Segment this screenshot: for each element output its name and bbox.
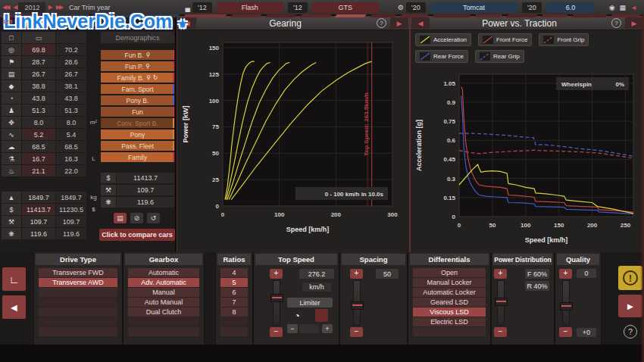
stat-row-practicality: ♟51.351.3	[2, 105, 100, 116]
option-slot-empty	[39, 288, 117, 297]
quality-slider-handle[interactable]	[560, 302, 573, 311]
tick-label: 1.05	[443, 80, 455, 87]
option-viscous-lsd[interactable]: Viscous LSD	[413, 307, 486, 317]
drivability-current-value: 69.8	[22, 44, 55, 55]
option-open[interactable]: Open	[413, 268, 486, 277]
model-name-button[interactable]: Flash	[217, 2, 283, 13]
compare-cars-button[interactable]: Click to compare cars	[99, 229, 175, 241]
back-button[interactable]: ◄	[2, 295, 26, 319]
back-icon[interactable]: ◄	[628, 4, 639, 11]
car-icon: ▄	[183, 4, 192, 11]
traction-panel-header: ◀ Power vs. Traction ? ▶	[411, 17, 644, 30]
option-transverse-fwd[interactable]: Transverse FWD	[39, 268, 117, 277]
power-distribution-slider[interactable]: + −	[494, 269, 507, 337]
demographic-family[interactable]: Family	[101, 152, 174, 162]
year-prev-button[interactable]: ◀	[11, 4, 18, 11]
limiter-minus-button[interactable]: −	[287, 324, 298, 333]
demographic-conv-sport-b-[interactable]: Conv. Sport B.	[101, 118, 174, 128]
top-speed-slider-handle[interactable]	[270, 294, 283, 302]
price-icon: $	[101, 173, 116, 183]
demographic-fam-sport[interactable]: Fam. Sport	[101, 84, 174, 94]
quality-minus-button[interactable]: −	[559, 327, 572, 337]
gearing-help-icon[interactable]: ?	[377, 18, 386, 28]
top-speed-minus-button[interactable]: −	[270, 327, 283, 337]
quality-plus-button[interactable]: +	[559, 269, 572, 279]
stat-row-production-units: ⚒109.7109.7	[2, 216, 100, 227]
practicality-compare-value: 51.3	[56, 105, 86, 116]
option-auto-manual[interactable]: Auto Manual	[128, 298, 199, 307]
option-7[interactable]: 7	[220, 298, 248, 307]
power-dist-slider-handle[interactable]	[495, 298, 508, 306]
demographic-fun-p-[interactable]: Fun P.⚲	[101, 61, 174, 71]
help-button[interactable]: ?	[618, 322, 642, 342]
photo-mode-icon[interactable]: ◉	[607, 4, 617, 11]
spacing-minus-button[interactable]: −	[350, 327, 363, 337]
quality-slider[interactable]: + −	[559, 269, 572, 337]
quality-delta: +0	[577, 328, 596, 337]
undo-icon[interactable]: ↺	[147, 213, 160, 223]
graph-view-button[interactable]: ∟	[2, 267, 26, 291]
spacing-value[interactable]: 50	[376, 269, 399, 279]
option-8[interactable]: 8	[220, 307, 248, 317]
top-speed-slider[interactable]: + −	[270, 269, 283, 337]
power-dist-plus-button[interactable]: +	[494, 269, 507, 279]
option-transverse-awd[interactable]: Transverse AWD	[39, 278, 117, 287]
top-speed-slider-track[interactable]	[273, 280, 280, 326]
option-4[interactable]: 4	[220, 268, 248, 277]
footprint-unit: m²	[87, 117, 100, 128]
traction-prev-button[interactable]: ◀	[411, 17, 430, 29]
option-manual-locker[interactable]: Manual Locker	[413, 278, 486, 287]
trim-name-button[interactable]: GTS	[312, 2, 379, 13]
year-last-button[interactable]: ▶▶	[54, 4, 64, 11]
offroad-unit	[87, 129, 100, 140]
tick-label: 100	[209, 98, 220, 105]
limiter-value[interactable]	[299, 324, 319, 333]
limiter-plus-button[interactable]: +	[322, 324, 333, 333]
option-6[interactable]: 6	[220, 288, 248, 297]
top-speed-value[interactable]: 276.2	[299, 269, 334, 279]
tick-label: 0	[216, 203, 220, 210]
option-adv-automatic[interactable]: Adv. Automatic	[128, 278, 199, 287]
demographic-family-b-[interactable]: Family B.⚲↻	[101, 73, 174, 83]
power-dist-minus-button[interactable]: −	[494, 327, 507, 337]
tick-label: 0	[221, 211, 225, 218]
engine-variant-button[interactable]: 6.0	[546, 2, 595, 13]
option-manual[interactable]: Manual	[128, 288, 199, 297]
option-automatic[interactable]: Automatic	[128, 268, 199, 277]
option-automatic-locker[interactable]: Automatic Locker	[413, 288, 486, 297]
spacing-slider-handle[interactable]	[351, 301, 364, 310]
legend-rear-force[interactable]: Rear Force	[415, 50, 468, 63]
ban-icon[interactable]: ⊘	[130, 213, 143, 223]
demographic-pony-b-[interactable]: Pony B.	[101, 95, 174, 105]
demographic-fun[interactable]: Fun	[101, 107, 174, 117]
engine-family-button[interactable]: Tomcat	[430, 2, 517, 13]
gallery-icon[interactable]: ▦	[617, 4, 629, 11]
spacing-slider[interactable]: + −	[350, 269, 363, 337]
legend-label: Front Force	[496, 36, 527, 43]
next-step-button[interactable]: ►	[618, 295, 642, 317]
gearing-next-button[interactable]: ▶	[390, 17, 408, 29]
option-dual-clutch[interactable]: Dual Clutch	[128, 307, 199, 317]
demographic-fun-b-[interactable]: Fun B.⚲	[101, 50, 174, 60]
legend-rear-grip[interactable]: Rear Grip	[475, 50, 524, 63]
year-first-button[interactable]: ◀◀	[0, 4, 11, 11]
top-speed-plus-button[interactable]: +	[270, 269, 283, 279]
stat-row-service-costs: ❋119.6119.6	[2, 228, 100, 239]
spacing-plus-button[interactable]: +	[350, 269, 363, 279]
option-5[interactable]: 5	[220, 278, 248, 287]
legend-front-grip[interactable]: Front Grip	[539, 33, 589, 46]
legend-front-force[interactable]: Front Force	[478, 33, 532, 46]
notes-icon[interactable]: ▤	[114, 213, 127, 223]
year-next-button[interactable]: ▶	[45, 4, 53, 11]
top-speed-unit[interactable]: km/h	[302, 282, 331, 292]
demographic-pass-fleet[interactable]: Pass. Fleet	[101, 141, 174, 151]
option-geared-lsd[interactable]: Geared LSD	[413, 298, 486, 307]
legend-acceleration[interactable]: Acceleration	[415, 33, 471, 46]
demographic-pony[interactable]: Pony	[101, 130, 174, 139]
traction-help-icon[interactable]: ?	[611, 18, 621, 28]
demographic-label: Family B.	[117, 74, 144, 82]
limiter-toggle[interactable]	[315, 309, 328, 322]
warning-button[interactable]: !	[618, 266, 642, 290]
demographic-label: Pass. Fleet	[121, 142, 154, 150]
option-electric-lsd[interactable]: Electric LSD	[413, 317, 486, 326]
